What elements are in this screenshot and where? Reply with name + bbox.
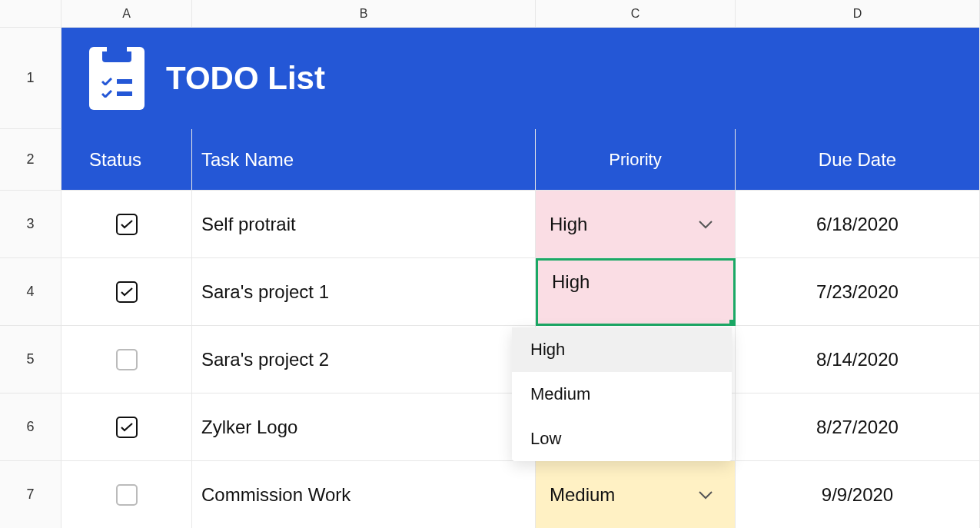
row-header-3[interactable]: 3: [0, 191, 61, 258]
check-icon: [121, 220, 133, 229]
row-header-6[interactable]: 6: [0, 394, 61, 461]
clipboard-icon: [89, 47, 145, 110]
checkbox-checked[interactable]: [116, 281, 138, 303]
row-header-2[interactable]: 2: [0, 129, 61, 191]
dropdown-option-high[interactable]: High: [512, 327, 732, 372]
status-cell[interactable]: [61, 326, 192, 394]
column-header-d[interactable]: D: [736, 0, 980, 28]
priority-value: High: [552, 271, 590, 293]
priority-cell-selected[interactable]: High: [536, 258, 736, 326]
header-task-name[interactable]: Task Name: [192, 129, 536, 191]
status-cell[interactable]: [61, 461, 192, 528]
header-due-date[interactable]: Due Date: [736, 129, 980, 191]
header-priority[interactable]: Priority: [536, 129, 736, 191]
priority-cell[interactable]: High: [536, 191, 736, 258]
checkbox-unchecked[interactable]: [116, 349, 138, 370]
page-title: TODO List: [166, 60, 325, 97]
task-cell[interactable]: Sara's project 2: [192, 326, 536, 394]
dropdown-option-low[interactable]: Low: [512, 417, 732, 461]
column-header-b[interactable]: B: [192, 0, 536, 28]
priority-value: Medium: [550, 484, 615, 506]
due-cell[interactable]: 7/23/2020: [736, 258, 980, 326]
task-cell[interactable]: Sara's project 1: [192, 258, 536, 326]
checkbox-checked[interactable]: [116, 417, 138, 438]
due-cell[interactable]: 8/27/2020: [736, 394, 980, 461]
row-header-7[interactable]: 7: [0, 461, 61, 528]
task-cell[interactable]: Self protrait: [192, 191, 536, 258]
status-cell[interactable]: [61, 394, 192, 461]
column-header-a[interactable]: A: [61, 0, 192, 28]
row-header-4[interactable]: 4: [0, 258, 61, 326]
task-cell[interactable]: Commission Work: [192, 461, 536, 528]
row-header-1[interactable]: 1: [0, 28, 61, 129]
chevron-down-icon[interactable]: [698, 220, 713, 229]
due-cell[interactable]: 8/14/2020: [736, 326, 980, 394]
corner-cell[interactable]: [0, 0, 61, 28]
dropdown-option-medium[interactable]: Medium: [512, 372, 732, 417]
priority-dropdown[interactable]: High Medium Low: [512, 327, 732, 461]
due-cell[interactable]: 6/18/2020: [736, 191, 980, 258]
check-icon: [121, 287, 133, 297]
task-cell[interactable]: Zylker Logo: [192, 394, 536, 461]
header-status[interactable]: Status: [61, 129, 192, 191]
spreadsheet-grid: A B C D 1 TODO List 2 Status Task Name P…: [0, 0, 980, 528]
due-cell[interactable]: 9/9/2020: [736, 461, 980, 528]
priority-value: High: [550, 214, 587, 235]
checkbox-checked[interactable]: [116, 214, 138, 235]
checkbox-unchecked[interactable]: [116, 484, 138, 506]
row-header-5[interactable]: 5: [0, 326, 61, 394]
priority-cell[interactable]: Medium: [536, 461, 736, 528]
status-cell[interactable]: [61, 258, 192, 326]
status-cell[interactable]: [61, 191, 192, 258]
title-row[interactable]: TODO List: [61, 28, 980, 129]
check-icon: [121, 423, 133, 432]
chevron-down-icon[interactable]: [698, 490, 713, 500]
column-header-c[interactable]: C: [536, 0, 736, 28]
